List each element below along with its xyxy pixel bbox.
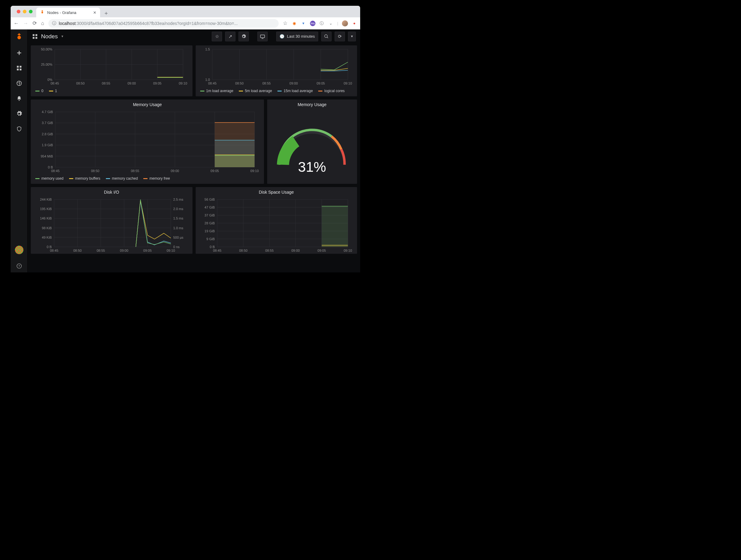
svg-rect-2 [17, 69, 18, 71]
panel-title: Disk Space Usage [196, 187, 357, 196]
dashboard-title-dropdown[interactable]: Nodes ▼ [32, 33, 64, 40]
minimize-window-button[interactable] [23, 10, 26, 13]
panel-disk-io[interactable]: Disk I/O 0 B49 KiB98 KiB146 KiB195 KiB24… [31, 187, 193, 254]
svg-text:4.7 GiB: 4.7 GiB [42, 110, 53, 114]
ext-pocket-icon[interactable]: ⌄ [328, 21, 334, 26]
svg-rect-10 [36, 37, 38, 38]
legend-item[interactable]: memory free [143, 176, 170, 181]
zoom-out-button[interactable] [321, 31, 332, 42]
svg-text:146 KiB: 146 KiB [40, 217, 52, 220]
refresh-interval-dropdown[interactable]: ▼ [348, 31, 356, 42]
close-tab-icon[interactable]: ✕ [93, 10, 96, 15]
panel-cpu[interactable]: 0%25.00%50.00%08:4508:5008:5509:0009:050… [31, 45, 193, 96]
site-info-icon[interactable]: ⓘ [52, 21, 56, 26]
ext-wa-icon[interactable]: Wa [310, 21, 316, 26]
panel-title: Memory Usage [267, 100, 357, 108]
svg-text:09:00: 09:00 [289, 81, 298, 85]
svg-text:08:45: 08:45 [51, 169, 60, 173]
svg-text:09:10: 09:10 [343, 81, 352, 85]
nav-config-icon[interactable] [16, 110, 22, 117]
svg-text:25.00%: 25.00% [41, 63, 53, 66]
browser-tab[interactable]: Nodes - Grafana ✕ [36, 8, 100, 17]
svg-text:09:10: 09:10 [343, 249, 352, 252]
dashboard-settings-button[interactable] [239, 31, 249, 42]
legend-item[interactable]: 15m load average [277, 89, 313, 93]
legend-item[interactable]: logical cores [318, 89, 345, 93]
legend-item[interactable]: memory buffers [69, 176, 100, 181]
share-dashboard-button[interactable]: ↗ [225, 31, 235, 42]
ext-grafana-icon[interactable]: ◉ [292, 21, 297, 26]
grafana-app: ? Nodes ▼ ☆ ↗ [11, 29, 360, 272]
panel-memory-usage[interactable]: Memory Usage 0 B954 MiB1.9 GiB2.8 GiB3.7… [31, 99, 264, 184]
svg-text:09:10: 09:10 [167, 249, 175, 252]
svg-text:08:55: 08:55 [102, 81, 111, 85]
panel-memory-gauge[interactable]: Memory Usage [267, 99, 357, 184]
gauge-value: 31% [298, 159, 326, 175]
panel-disk-space[interactable]: Disk Space Usage 0 B9 GiB19 GiB28 GiB37 … [196, 187, 357, 254]
svg-text:09:10: 09:10 [250, 169, 259, 173]
panel-title: Memory Usage [31, 100, 264, 108]
legend-item[interactable]: 0 [35, 89, 44, 93]
svg-text:?: ? [18, 264, 20, 267]
url-path: :3000/d/fa49a4706d07a042595b664c87fb33ea… [76, 21, 238, 26]
nav-home-icon[interactable]: ⌂ [41, 20, 44, 26]
svg-text:28 GiB: 28 GiB [204, 221, 215, 225]
svg-text:98 KiB: 98 KiB [42, 226, 52, 230]
svg-point-4 [17, 81, 21, 86]
svg-text:08:50: 08:50 [91, 169, 99, 173]
chart-memory-gauge: 31% [272, 109, 352, 184]
svg-text:09:05: 09:05 [153, 81, 161, 85]
panel-load[interactable]: 1.01.508:4508:5008:5509:0009:0509:10 1m … [196, 45, 357, 96]
time-range-picker[interactable]: 🕓 Last 30 minutes [276, 31, 318, 42]
panel-title: Disk I/O [31, 187, 192, 196]
nav-explore-icon[interactable] [16, 80, 22, 87]
svg-rect-3 [19, 69, 21, 71]
close-window-button[interactable] [17, 10, 20, 13]
ext-adblock-icon[interactable]: ● [352, 21, 357, 26]
grafana-logo-icon[interactable] [15, 32, 23, 41]
refresh-button[interactable]: ⟳ [335, 31, 345, 42]
svg-rect-1 [19, 66, 21, 68]
svg-text:08:45: 08:45 [51, 81, 59, 85]
legend-item[interactable]: memory cached [106, 176, 138, 181]
svg-text:47 GiB: 47 GiB [204, 206, 215, 209]
address-bar[interactable]: ⓘ localhost:3000/d/fa49a4706d07a042595b6… [48, 19, 278, 28]
star-dashboard-button[interactable]: ☆ [212, 31, 222, 42]
maximize-window-button[interactable] [29, 10, 32, 13]
bookmark-star-icon[interactable]: ☆ [283, 20, 287, 26]
nav-shield-icon[interactable] [16, 126, 22, 132]
svg-text:09:05: 09:05 [143, 249, 152, 252]
legend-item[interactable]: 1 [49, 89, 57, 93]
legend-item[interactable]: 1m load average [200, 89, 233, 93]
chevron-down-icon: ▼ [61, 35, 64, 38]
cycle-view-button[interactable] [257, 31, 268, 42]
nav-forward-icon: → [23, 20, 28, 26]
svg-text:244 KiB: 244 KiB [40, 197, 52, 201]
svg-text:08:50: 08:50 [76, 81, 85, 85]
nav-dashboards-icon[interactable] [16, 65, 22, 71]
ext-prometheus-icon[interactable]: ▾ [301, 21, 306, 26]
svg-text:0 B: 0 B [47, 245, 52, 249]
svg-text:08:50: 08:50 [239, 249, 248, 252]
nav-alerting-icon[interactable] [16, 95, 22, 102]
clock-icon: 🕓 [279, 34, 284, 38]
nav-back-icon[interactable]: ← [14, 20, 19, 26]
nav-help-icon[interactable]: ? [16, 263, 22, 269]
svg-text:1.0: 1.0 [205, 78, 210, 81]
svg-text:1.0 ms: 1.0 ms [174, 226, 184, 230]
ext-info-icon[interactable]: ⓘ [319, 21, 325, 26]
nav-reload-icon[interactable]: ⟳ [32, 20, 37, 26]
new-tab-button[interactable]: ＋ [102, 9, 111, 17]
profile-avatar-icon[interactable] [342, 20, 348, 26]
user-avatar-icon[interactable] [15, 246, 23, 254]
time-range-label: Last 30 minutes [287, 34, 315, 38]
nav-add-icon[interactable] [16, 50, 22, 56]
legend-item[interactable]: 5m load average [239, 89, 272, 93]
main-area: Nodes ▼ ☆ ↗ 🕓 Last 30 minutes [28, 29, 360, 272]
svg-text:09:05: 09:05 [317, 249, 326, 252]
svg-text:09:05: 09:05 [316, 81, 325, 85]
extensions-row: ◉ ▾ Wa ⓘ ⌄ | ● [292, 20, 357, 26]
svg-text:1.9 GiB: 1.9 GiB [42, 143, 53, 147]
legend-item[interactable]: memory used [35, 176, 64, 181]
svg-text:1.5: 1.5 [205, 48, 210, 51]
